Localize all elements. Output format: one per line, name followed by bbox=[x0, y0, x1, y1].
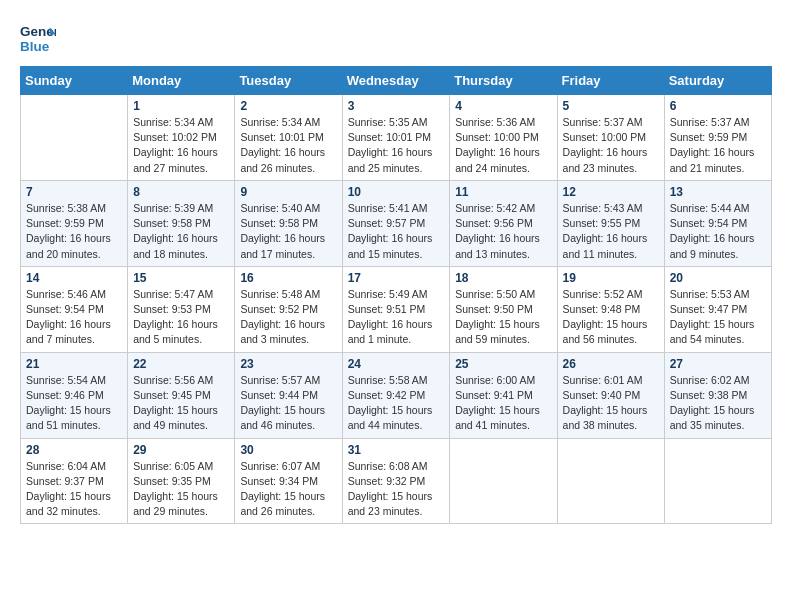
day-info: Sunrise: 6:07 AMSunset: 9:34 PMDaylight:… bbox=[240, 459, 336, 520]
day-cell bbox=[21, 95, 128, 181]
svg-text:Blue: Blue bbox=[20, 39, 50, 54]
sunset-text: Sunset: 9:55 PM bbox=[563, 216, 659, 231]
daylight-text: Daylight: 16 hours and 18 minutes. bbox=[133, 231, 229, 261]
sunrise-text: Sunrise: 5:54 AM bbox=[26, 373, 122, 388]
sunrise-text: Sunrise: 5:36 AM bbox=[455, 115, 551, 130]
calendar-table: SundayMondayTuesdayWednesdayThursdayFrid… bbox=[20, 66, 772, 524]
daylight-text: Daylight: 16 hours and 11 minutes. bbox=[563, 231, 659, 261]
day-number: 28 bbox=[26, 443, 122, 457]
sunset-text: Sunset: 10:00 PM bbox=[563, 130, 659, 145]
day-cell: 30Sunrise: 6:07 AMSunset: 9:34 PMDayligh… bbox=[235, 438, 342, 524]
week-row-4: 21Sunrise: 5:54 AMSunset: 9:46 PMDayligh… bbox=[21, 352, 772, 438]
day-number: 20 bbox=[670, 271, 766, 285]
day-number: 23 bbox=[240, 357, 336, 371]
day-number: 15 bbox=[133, 271, 229, 285]
day-info: Sunrise: 5:43 AMSunset: 9:55 PMDaylight:… bbox=[563, 201, 659, 262]
sunset-text: Sunset: 9:58 PM bbox=[240, 216, 336, 231]
day-number: 26 bbox=[563, 357, 659, 371]
day-number: 6 bbox=[670, 99, 766, 113]
week-row-3: 14Sunrise: 5:46 AMSunset: 9:54 PMDayligh… bbox=[21, 266, 772, 352]
sunrise-text: Sunrise: 6:04 AM bbox=[26, 459, 122, 474]
daylight-text: Daylight: 15 hours and 51 minutes. bbox=[26, 403, 122, 433]
sunrise-text: Sunrise: 5:48 AM bbox=[240, 287, 336, 302]
day-info: Sunrise: 5:49 AMSunset: 9:51 PMDaylight:… bbox=[348, 287, 445, 348]
sunset-text: Sunset: 9:48 PM bbox=[563, 302, 659, 317]
day-info: Sunrise: 6:00 AMSunset: 9:41 PMDaylight:… bbox=[455, 373, 551, 434]
day-cell bbox=[450, 438, 557, 524]
day-cell: 18Sunrise: 5:50 AMSunset: 9:50 PMDayligh… bbox=[450, 266, 557, 352]
day-info: Sunrise: 5:35 AMSunset: 10:01 PMDaylight… bbox=[348, 115, 445, 176]
daylight-text: Daylight: 16 hours and 17 minutes. bbox=[240, 231, 336, 261]
day-number: 9 bbox=[240, 185, 336, 199]
sunset-text: Sunset: 9:59 PM bbox=[26, 216, 122, 231]
day-number: 27 bbox=[670, 357, 766, 371]
sunrise-text: Sunrise: 5:41 AM bbox=[348, 201, 445, 216]
day-cell: 27Sunrise: 6:02 AMSunset: 9:38 PMDayligh… bbox=[664, 352, 771, 438]
week-row-1: 1Sunrise: 5:34 AMSunset: 10:02 PMDayligh… bbox=[21, 95, 772, 181]
day-number: 8 bbox=[133, 185, 229, 199]
sunrise-text: Sunrise: 5:49 AM bbox=[348, 287, 445, 302]
weekday-header-tuesday: Tuesday bbox=[235, 67, 342, 95]
sunset-text: Sunset: 9:52 PM bbox=[240, 302, 336, 317]
day-number: 13 bbox=[670, 185, 766, 199]
sunset-text: Sunset: 9:47 PM bbox=[670, 302, 766, 317]
sunset-text: Sunset: 9:50 PM bbox=[455, 302, 551, 317]
daylight-text: Daylight: 16 hours and 24 minutes. bbox=[455, 145, 551, 175]
logo: GeneralBlue bbox=[20, 20, 56, 56]
daylight-text: Daylight: 15 hours and 46 minutes. bbox=[240, 403, 336, 433]
daylight-text: Daylight: 15 hours and 44 minutes. bbox=[348, 403, 445, 433]
daylight-text: Daylight: 16 hours and 5 minutes. bbox=[133, 317, 229, 347]
day-info: Sunrise: 5:41 AMSunset: 9:57 PMDaylight:… bbox=[348, 201, 445, 262]
day-info: Sunrise: 5:40 AMSunset: 9:58 PMDaylight:… bbox=[240, 201, 336, 262]
sunrise-text: Sunrise: 5:52 AM bbox=[563, 287, 659, 302]
day-cell: 14Sunrise: 5:46 AMSunset: 9:54 PMDayligh… bbox=[21, 266, 128, 352]
daylight-text: Daylight: 15 hours and 56 minutes. bbox=[563, 317, 659, 347]
day-cell: 25Sunrise: 6:00 AMSunset: 9:41 PMDayligh… bbox=[450, 352, 557, 438]
day-info: Sunrise: 5:38 AMSunset: 9:59 PMDaylight:… bbox=[26, 201, 122, 262]
day-cell: 3Sunrise: 5:35 AMSunset: 10:01 PMDayligh… bbox=[342, 95, 450, 181]
day-number: 30 bbox=[240, 443, 336, 457]
daylight-text: Daylight: 16 hours and 9 minutes. bbox=[670, 231, 766, 261]
day-info: Sunrise: 5:47 AMSunset: 9:53 PMDaylight:… bbox=[133, 287, 229, 348]
daylight-text: Daylight: 16 hours and 15 minutes. bbox=[348, 231, 445, 261]
day-number: 4 bbox=[455, 99, 551, 113]
day-cell: 28Sunrise: 6:04 AMSunset: 9:37 PMDayligh… bbox=[21, 438, 128, 524]
weekday-header-row: SundayMondayTuesdayWednesdayThursdayFrid… bbox=[21, 67, 772, 95]
day-cell: 23Sunrise: 5:57 AMSunset: 9:44 PMDayligh… bbox=[235, 352, 342, 438]
sunrise-text: Sunrise: 5:50 AM bbox=[455, 287, 551, 302]
day-cell: 1Sunrise: 5:34 AMSunset: 10:02 PMDayligh… bbox=[128, 95, 235, 181]
sunset-text: Sunset: 9:59 PM bbox=[670, 130, 766, 145]
sunrise-text: Sunrise: 5:44 AM bbox=[670, 201, 766, 216]
day-info: Sunrise: 5:53 AMSunset: 9:47 PMDaylight:… bbox=[670, 287, 766, 348]
sunset-text: Sunset: 10:01 PM bbox=[240, 130, 336, 145]
sunset-text: Sunset: 9:53 PM bbox=[133, 302, 229, 317]
day-cell: 9Sunrise: 5:40 AMSunset: 9:58 PMDaylight… bbox=[235, 180, 342, 266]
daylight-text: Daylight: 15 hours and 49 minutes. bbox=[133, 403, 229, 433]
weekday-header-wednesday: Wednesday bbox=[342, 67, 450, 95]
day-number: 1 bbox=[133, 99, 229, 113]
day-cell: 21Sunrise: 5:54 AMSunset: 9:46 PMDayligh… bbox=[21, 352, 128, 438]
daylight-text: Daylight: 15 hours and 35 minutes. bbox=[670, 403, 766, 433]
day-info: Sunrise: 6:05 AMSunset: 9:35 PMDaylight:… bbox=[133, 459, 229, 520]
daylight-text: Daylight: 15 hours and 59 minutes. bbox=[455, 317, 551, 347]
day-number: 22 bbox=[133, 357, 229, 371]
sunrise-text: Sunrise: 5:35 AM bbox=[348, 115, 445, 130]
sunrise-text: Sunrise: 6:02 AM bbox=[670, 373, 766, 388]
sunrise-text: Sunrise: 6:08 AM bbox=[348, 459, 445, 474]
day-cell: 15Sunrise: 5:47 AMSunset: 9:53 PMDayligh… bbox=[128, 266, 235, 352]
day-number: 24 bbox=[348, 357, 445, 371]
sunrise-text: Sunrise: 6:05 AM bbox=[133, 459, 229, 474]
day-number: 29 bbox=[133, 443, 229, 457]
day-number: 10 bbox=[348, 185, 445, 199]
day-number: 7 bbox=[26, 185, 122, 199]
day-cell bbox=[664, 438, 771, 524]
day-cell: 22Sunrise: 5:56 AMSunset: 9:45 PMDayligh… bbox=[128, 352, 235, 438]
day-number: 17 bbox=[348, 271, 445, 285]
sunset-text: Sunset: 10:00 PM bbox=[455, 130, 551, 145]
day-info: Sunrise: 5:37 AMSunset: 9:59 PMDaylight:… bbox=[670, 115, 766, 176]
sunrise-text: Sunrise: 5:34 AM bbox=[133, 115, 229, 130]
day-cell: 31Sunrise: 6:08 AMSunset: 9:32 PMDayligh… bbox=[342, 438, 450, 524]
sunset-text: Sunset: 9:54 PM bbox=[26, 302, 122, 317]
sunset-text: Sunset: 10:02 PM bbox=[133, 130, 229, 145]
sunset-text: Sunset: 9:46 PM bbox=[26, 388, 122, 403]
